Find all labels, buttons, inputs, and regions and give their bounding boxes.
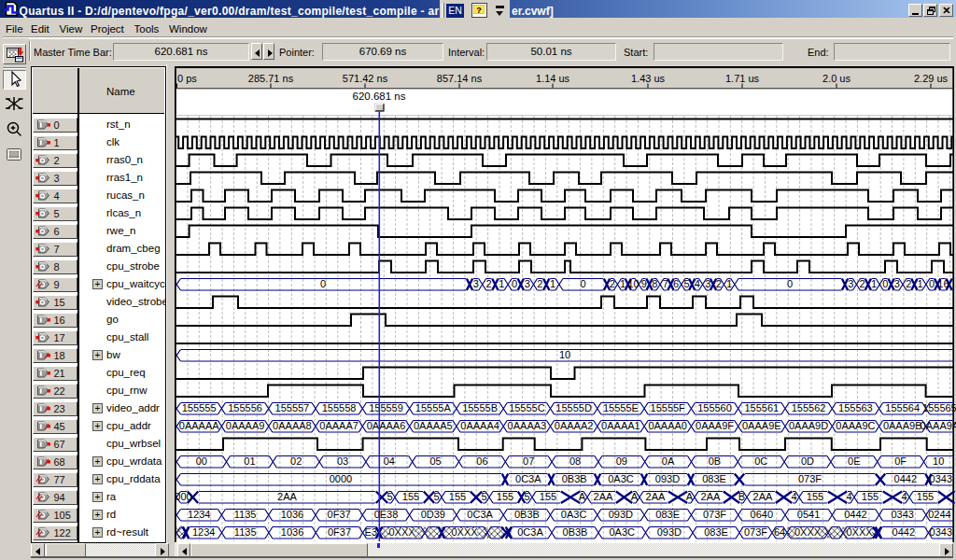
svg-text:155: 155	[449, 491, 466, 502]
svg-text:3: 3	[894, 278, 900, 289]
svg-text:A: A	[686, 491, 694, 502]
svg-text:5: 5	[481, 491, 486, 502]
svg-text:285.71 ns: 285.71 ns	[248, 73, 294, 84]
svg-text:08: 08	[569, 455, 581, 467]
svg-text:0A3C: 0A3C	[609, 526, 635, 538]
svg-text:0F: 0F	[894, 455, 907, 467]
svg-text:1.43 us: 1.43 us	[631, 73, 666, 84]
svg-text:155: 155	[917, 491, 934, 502]
svg-text:2: 2	[716, 278, 722, 289]
svg-text:0343: 0343	[930, 526, 952, 538]
svg-text:155: 155	[497, 491, 513, 502]
svg-text:0AAAA0: 0AAAA0	[648, 420, 687, 431]
svg-text:0C3A: 0C3A	[517, 526, 543, 538]
svg-text:155561: 155561	[744, 402, 779, 413]
svg-text:2AA: 2AA	[594, 491, 613, 502]
svg-text:0AAA9F: 0AAA9F	[696, 420, 734, 431]
svg-text:64: 64	[774, 526, 785, 538]
svg-text:155555: 155555	[182, 402, 217, 413]
svg-text:0AAAA9: 0AAAA9	[226, 420, 265, 431]
svg-text:0: 0	[320, 278, 326, 289]
svg-text:0B3B: 0B3B	[563, 526, 588, 538]
svg-text:155565: 155565	[922, 402, 956, 413]
svg-text:0AAAA8: 0AAAA8	[273, 420, 312, 431]
svg-text:1.71 us: 1.71 us	[725, 73, 760, 84]
svg-text:155: 155	[807, 491, 823, 502]
svg-text:0B3B: 0B3B	[562, 473, 587, 484]
svg-text:0AAA9E: 0AAA9E	[742, 420, 781, 431]
svg-text:0A3C: 0A3C	[561, 509, 587, 520]
svg-text:10: 10	[559, 349, 570, 360]
svg-text:9: 9	[641, 278, 647, 289]
svg-text:0343: 0343	[930, 473, 952, 484]
svg-text:0: 0	[882, 278, 888, 289]
svg-text:0A: 0A	[662, 455, 675, 467]
svg-text:0: 0	[512, 278, 517, 289]
svg-text:5: 5	[433, 491, 439, 502]
svg-text:000: 000	[175, 491, 191, 502]
svg-text:1.14 us: 1.14 us	[536, 73, 570, 84]
svg-text:0E38: 0E38	[374, 509, 399, 520]
svg-text:2: 2	[860, 278, 865, 289]
svg-text:155: 155	[540, 491, 556, 502]
svg-text:2AA: 2AA	[646, 491, 666, 502]
svg-text:155562: 155562	[792, 402, 826, 413]
svg-text:0: 0	[929, 278, 935, 289]
svg-text:3: 3	[848, 278, 853, 289]
svg-text:0D: 0D	[801, 455, 814, 467]
svg-text:02: 02	[290, 455, 302, 467]
svg-text:A: A	[579, 491, 586, 502]
svg-text:B: B	[738, 491, 745, 502]
svg-text:4: 4	[846, 491, 851, 502]
svg-text:0AAAA7: 0AAAA7	[319, 420, 358, 431]
svg-text:0000: 0000	[330, 473, 352, 484]
svg-text:1: 1	[550, 278, 555, 289]
svg-text:0C3A: 0C3A	[515, 473, 541, 484]
svg-text:0 ps: 0 ps	[177, 73, 197, 84]
svg-text:0640: 0640	[751, 509, 773, 520]
svg-text:571.42 ns: 571.42 ns	[343, 73, 388, 84]
svg-text:2AA: 2AA	[277, 491, 297, 502]
svg-text:1036: 1036	[281, 509, 303, 520]
svg-text:083E: 083E	[655, 509, 680, 520]
svg-text:155556: 155556	[228, 402, 262, 413]
svg-text:155560: 155560	[697, 402, 732, 413]
svg-text:2: 2	[486, 278, 492, 289]
svg-text:155563: 155563	[838, 402, 873, 413]
svg-text:15555D: 15555D	[555, 402, 592, 413]
svg-text:0AAA9D: 0AAA9D	[789, 420, 828, 431]
svg-text:0A3C: 0A3C	[608, 473, 634, 484]
svg-text:155564: 155564	[885, 402, 920, 413]
svg-text:0AAAA6: 0AAAA6	[367, 420, 406, 431]
svg-text:2: 2	[610, 278, 615, 289]
svg-text:00: 00	[196, 455, 207, 467]
svg-text:093D: 093D	[655, 473, 680, 484]
svg-text:16: 16	[937, 278, 949, 289]
svg-text:0AAA9A: 0AAA9A	[921, 420, 956, 431]
svg-text:0: 0	[787, 278, 793, 289]
svg-text:3: 3	[473, 278, 479, 289]
svg-text:0442: 0442	[893, 526, 915, 538]
svg-text:0244: 0244	[928, 509, 950, 520]
svg-text:0AAAA3: 0AAAA3	[508, 420, 547, 431]
svg-text:155558: 155558	[322, 402, 357, 413]
svg-text:0343: 0343	[891, 509, 913, 520]
svg-text:01: 01	[244, 455, 255, 467]
svg-text:1: 1	[499, 278, 504, 289]
svg-text:7: 7	[663, 278, 668, 289]
svg-text:0XXX: 0XXX	[451, 526, 478, 538]
svg-text:0AAAA2: 0AAAA2	[555, 420, 594, 431]
svg-text:0XXX: 0XXX	[388, 526, 415, 538]
svg-text:5: 5	[387, 491, 392, 502]
svg-text:8: 8	[652, 278, 657, 289]
svg-text:4: 4	[901, 491, 907, 502]
svg-text:E3: E3	[365, 526, 377, 538]
svg-text:0541: 0541	[797, 509, 820, 520]
svg-text:0C3A: 0C3A	[467, 509, 493, 520]
svg-text:857.14 ns: 857.14 ns	[437, 73, 483, 84]
svg-text:0C: 0C	[754, 455, 767, 467]
svg-text:0442: 0442	[844, 509, 866, 520]
svg-text:0AAAA1: 0AAAA1	[601, 420, 640, 431]
svg-text:2: 2	[906, 278, 911, 289]
svg-text:0F37: 0F37	[328, 526, 351, 538]
